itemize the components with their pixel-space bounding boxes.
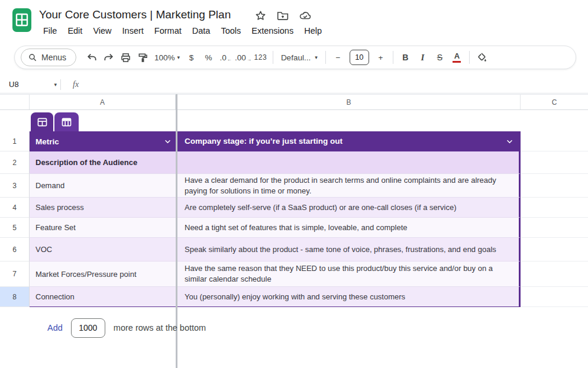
zoom-value: 100%: [154, 53, 175, 62]
sheet-grid: 1 Metric Company stage: if you’re just s…: [0, 131, 588, 307]
undo-button[interactable]: [83, 49, 99, 66]
cell-a5[interactable]: Feature Set: [30, 218, 176, 238]
cell-b6[interactable]: Speak similarly about the product - same…: [177, 238, 521, 262]
format-percent-button[interactable]: %: [201, 49, 217, 66]
add-rows-button[interactable]: Add: [47, 323, 63, 333]
cell-c6[interactable]: [521, 238, 588, 262]
table-row: 5 Feature Set Need a tight set of featur…: [0, 218, 588, 238]
toolbar: Menus 100% ▾ $ %: [14, 46, 576, 69]
menu-file[interactable]: File: [38, 24, 62, 38]
table-row: 2 Description of the Audience: [0, 151, 588, 174]
table-header-icon: [62, 118, 72, 127]
strikethrough-button[interactable]: S: [432, 49, 448, 66]
sheets-logo-icon[interactable]: [12, 8, 32, 33]
cloud-status-icon[interactable]: [299, 9, 311, 21]
name-box[interactable]: U8 ▾: [0, 80, 57, 89]
add-rows-suffix: more rows at the bottom: [114, 323, 206, 333]
print-button[interactable]: [118, 49, 134, 66]
table-row: 8 Connection You (personally) enjoy work…: [0, 287, 588, 307]
menu-help[interactable]: Help: [299, 24, 327, 38]
toolbar-divider: [469, 51, 470, 64]
add-rows-bar: Add more rows at the bottom: [0, 315, 206, 340]
cell-b2[interactable]: [177, 151, 521, 174]
cell-b4[interactable]: Are completely self-serve (if a SaaS pro…: [177, 198, 521, 218]
chevron-down-icon[interactable]: [506, 140, 513, 144]
redo-button[interactable]: [101, 49, 117, 66]
more-formats-button[interactable]: 123: [253, 49, 269, 66]
menu-extensions[interactable]: Extensions: [246, 24, 299, 38]
cell-b5[interactable]: Need a tight set of features that is sim…: [177, 218, 521, 238]
bold-button[interactable]: B: [398, 49, 413, 66]
document-title[interactable]: Your Core Customers | Marketing Plan: [39, 8, 231, 21]
move-folder-icon[interactable]: [277, 9, 289, 21]
italic-button[interactable]: I: [415, 49, 431, 66]
increase-decimal-button[interactable]: .00→: [235, 49, 251, 66]
menu-data[interactable]: Data: [187, 24, 216, 38]
column-header-a[interactable]: A: [30, 95, 176, 109]
cell-c3[interactable]: [521, 174, 588, 198]
toolbar-divider: [393, 51, 393, 64]
row-number[interactable]: 4: [0, 198, 30, 218]
cell-a3[interactable]: Demand: [30, 174, 176, 198]
row-number[interactable]: 8: [0, 287, 30, 307]
cell-a4[interactable]: Sales process: [30, 198, 176, 218]
cell-a1-metric[interactable]: Metric: [30, 131, 176, 151]
text-color-button[interactable]: A: [449, 49, 465, 66]
fill-color-button[interactable]: [474, 49, 490, 66]
menu-tools[interactable]: Tools: [215, 24, 246, 38]
table-grid-icon: [37, 118, 47, 127]
row-number[interactable]: 5: [0, 218, 30, 238]
menu-view[interactable]: View: [88, 24, 117, 38]
menus-search-button[interactable]: Menus: [21, 49, 76, 66]
font-size-input[interactable]: 10: [350, 50, 369, 65]
cell-a8[interactable]: Connection: [30, 287, 176, 307]
row-number[interactable]: 7: [0, 262, 30, 287]
menus-label: Menus: [41, 53, 66, 62]
table-view-tab-alt[interactable]: [54, 112, 79, 131]
cell-b3[interactable]: Have a clear demand for the product in s…: [177, 174, 521, 198]
cell-b1-stage[interactable]: Company stage: if you’re just starting o…: [177, 131, 521, 151]
column-header-c[interactable]: C: [521, 95, 588, 109]
menu-format[interactable]: Format: [149, 24, 187, 38]
font-family-value: Defaul...: [281, 53, 311, 62]
fx-icon: fx: [73, 80, 79, 89]
menu-edit[interactable]: Edit: [62, 24, 88, 38]
column-header-b[interactable]: B: [177, 95, 521, 109]
formula-bar: U8 ▾ fx: [0, 76, 588, 93]
font-family-select[interactable]: Defaul... ▾: [277, 49, 321, 66]
paint-format-button[interactable]: [135, 49, 151, 66]
cell-a2[interactable]: Description of the Audience: [30, 151, 176, 174]
cell-b7[interactable]: Have the same reason that they NEED to u…: [177, 262, 521, 287]
cell-c2[interactable]: [521, 151, 588, 174]
increase-font-size-button[interactable]: +: [373, 49, 389, 66]
decrease-decimal-button[interactable]: .0←: [218, 49, 234, 66]
cell-c5[interactable]: [521, 218, 588, 238]
cell-a6[interactable]: VOC: [30, 238, 176, 262]
row-number[interactable]: 3: [0, 174, 30, 198]
star-icon[interactable]: [254, 9, 266, 21]
chevron-down-icon[interactable]: [164, 140, 171, 144]
zoom-select[interactable]: 100% ▾: [152, 49, 182, 66]
menu-bar: File Edit View Insert Format Data Tools …: [38, 24, 327, 38]
cell-c8[interactable]: [521, 287, 588, 307]
row-number[interactable]: 1: [0, 131, 30, 151]
select-all-corner[interactable]: [0, 95, 30, 109]
arrow-left-icon: ←: [227, 57, 232, 62]
table-view-tab-grid[interactable]: [31, 112, 53, 131]
row-number[interactable]: 6: [0, 238, 30, 262]
cell-a7[interactable]: Market Forces/Pressure point: [30, 262, 176, 287]
row-number[interactable]: 2: [0, 151, 30, 174]
cell-c1[interactable]: [521, 131, 588, 151]
cell-b8[interactable]: You (personally) enjoy working with and …: [177, 287, 521, 307]
decrease-font-size-button[interactable]: −: [330, 49, 346, 66]
menu-insert[interactable]: Insert: [117, 24, 149, 38]
text-color-bar: [453, 61, 461, 63]
formula-input[interactable]: [79, 76, 588, 93]
add-rows-count-input[interactable]: [71, 318, 105, 338]
formula-bar-divider: [60, 79, 61, 90]
format-currency-button[interactable]: $: [183, 49, 199, 66]
cell-c4[interactable]: [521, 198, 588, 218]
toolbar-divider: [325, 51, 326, 64]
cell-c7[interactable]: [521, 262, 588, 287]
column-header-row: A B C: [0, 94, 588, 110]
